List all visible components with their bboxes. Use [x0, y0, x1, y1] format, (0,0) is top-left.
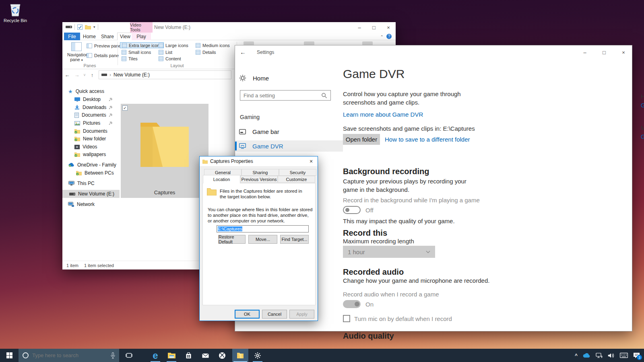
details-pane-button[interactable]: Details pane [87, 53, 119, 58]
settings-nav-game-bar[interactable]: Game bar [235, 126, 343, 137]
cancel-button[interactable]: Cancel [262, 310, 287, 319]
restore-default-button[interactable]: Restore Default [218, 235, 246, 244]
different-folder-link[interactable]: How to save to a different folder [385, 136, 470, 143]
get-help-link[interactable]: Get help [641, 102, 644, 109]
sidebar-item-pictures[interactable]: Pictures [62, 119, 120, 127]
taskbar-edge-button[interactable]: e [147, 349, 163, 362]
help-icon[interactable]: ? [386, 34, 392, 39]
sidebar-item-videos[interactable]: Videos [62, 143, 120, 151]
qat-customize-caret[interactable]: ▾ [93, 25, 95, 29]
taskbar-file-explorer-button[interactable] [163, 349, 180, 362]
taskbar-captures-folder-button[interactable] [232, 349, 248, 362]
tab-security[interactable]: Security [279, 169, 316, 176]
learn-more-link[interactable]: Learn more about Game DVR [343, 111, 423, 118]
sidebar-item-between-pcs[interactable]: Between PCs [62, 169, 120, 177]
tab-customize[interactable]: Customize [278, 176, 315, 183]
layout-small-icons[interactable]: Small icons [120, 49, 153, 55]
breadcrumb[interactable]: New Volume (E:) [114, 72, 150, 78]
sidebar-item-quick-access[interactable]: ★ Quick access [62, 87, 120, 95]
find-target-button[interactable]: Find Target... [280, 235, 309, 244]
taskbar-mail-button[interactable] [197, 349, 213, 362]
network-tray-icon[interactable] [596, 353, 603, 358]
settings-minimize-button[interactable]: – [579, 47, 591, 58]
sidebar-item-onedrive[interactable]: OneDrive - Family [62, 161, 120, 169]
onedrive-tray-icon[interactable] [583, 353, 590, 358]
item-checkbox[interactable]: ✓ [122, 105, 128, 111]
layout-medium-icons[interactable]: Medium icons [194, 42, 231, 48]
settings-close-button[interactable]: × [617, 47, 630, 58]
settings-nav-game-dvr[interactable]: Game DVR [235, 140, 343, 152]
background-recording-toggle[interactable] [343, 206, 361, 214]
properties-qat-icon[interactable] [77, 25, 83, 30]
layout-tiles[interactable]: Tiles [120, 56, 139, 62]
taskbar-search-box[interactable] [19, 349, 119, 362]
video-tools-contextual-tab[interactable]: Video Tools [130, 22, 153, 33]
start-button[interactable] [0, 349, 19, 362]
captures-folder-item[interactable]: ✓ Captures [121, 104, 208, 198]
explorer-close-button[interactable]: × [381, 22, 396, 33]
sidebar-item-documents[interactable]: Documents [62, 111, 120, 119]
taskbar-settings-button[interactable] [250, 349, 266, 362]
max-recording-length-dropdown[interactable]: 1 hour [343, 246, 435, 258]
navigation-pane-button[interactable]: Navigation pane ▾ [67, 42, 86, 63]
tab-previous-versions[interactable]: Previous Versions [240, 176, 278, 183]
explorer-titlebar[interactable]: ▾ Video Tools New Volume (E:) – □ × [62, 22, 396, 33]
sidebar-item-new-volume-e[interactable]: New Volume (E:) [62, 190, 120, 198]
tab-view[interactable]: View [117, 33, 133, 40]
back-icon[interactable]: ← [62, 72, 72, 78]
settings-search-box[interactable] [240, 90, 331, 101]
address-bar[interactable]: › New Volume (E:) [99, 70, 231, 79]
layout-details[interactable]: Details [194, 49, 218, 55]
taskbar-xbox-button[interactable] [214, 349, 230, 362]
preview-pane-button[interactable]: Preview pane [87, 43, 121, 48]
tab-share[interactable]: Share [99, 33, 116, 40]
explorer-minimize-button[interactable]: – [352, 22, 367, 33]
apply-button[interactable]: Apply [289, 310, 314, 319]
sidebar-item-network[interactable]: Network [62, 200, 120, 208]
explorer-maximize-button[interactable]: □ [367, 22, 381, 33]
sidebar-item-downloads[interactable]: Downloads [62, 103, 120, 111]
new-folder-qat-icon[interactable] [85, 25, 91, 29]
settings-maximize-button[interactable]: □ [598, 47, 610, 58]
forward-icon[interactable]: → [72, 72, 82, 78]
task-view-button[interactable] [121, 349, 137, 362]
tab-file[interactable]: File [64, 33, 80, 40]
move-button[interactable]: Move... [248, 235, 277, 244]
layout-content[interactable]: Content [157, 56, 183, 62]
dialog-close-icon[interactable]: × [305, 156, 318, 166]
settings-back-icon[interactable]: ← [240, 49, 246, 56]
sidebar-item-wallpapers[interactable]: wallpapers [62, 150, 120, 158]
tab-home[interactable]: Home [81, 33, 98, 40]
ok-button[interactable]: OK [235, 310, 260, 319]
settings-nav-home[interactable]: Home [239, 74, 269, 82]
sidebar-item-new-folder[interactable]: New folder [62, 135, 120, 143]
record-audio-toggle[interactable] [343, 300, 361, 308]
ribbon-collapse-chevron[interactable]: ⌃ [380, 35, 384, 39]
mic-default-checkbox-row[interactable]: Turn mic on by default when I record [343, 315, 452, 322]
volume-icon[interactable] [608, 353, 615, 358]
sidebar-item-documents-synced[interactable]: Documents [62, 127, 120, 135]
sidebar-item-desktop[interactable]: Desktop [62, 95, 120, 103]
tab-location[interactable]: Location [203, 175, 240, 183]
give-us-feedback-link[interactable]: Give us feedback [641, 133, 644, 140]
recent-locations-caret[interactable]: ∨ [82, 73, 87, 77]
action-center-button[interactable]: 3 [633, 352, 640, 358]
taskbar-search-input[interactable] [32, 352, 107, 358]
layout-list[interactable]: List [157, 49, 174, 55]
search-icon[interactable] [321, 93, 327, 99]
open-folder-button[interactable]: Open folder [343, 134, 380, 145]
tab-play[interactable]: Play [132, 33, 151, 40]
dialog-titlebar[interactable]: Captures Properties × [200, 156, 318, 166]
layout-large-icons[interactable]: Large icons [157, 42, 190, 48]
checkbox[interactable] [343, 315, 350, 322]
up-icon[interactable]: ↑ [87, 72, 97, 78]
settings-search-input[interactable] [240, 93, 321, 99]
touch-keyboard-icon[interactable] [620, 353, 628, 358]
tab-sharing[interactable]: Sharing [242, 169, 279, 176]
target-path-input[interactable]: E:\Captures [217, 225, 309, 232]
sidebar-item-this-pc[interactable]: This PC [62, 179, 120, 187]
taskbar-store-button[interactable] [180, 349, 196, 362]
microphone-icon[interactable] [111, 352, 115, 359]
tray-chevron-up-icon[interactable]: ^ [575, 353, 578, 358]
recycle-bin-shortcut[interactable]: Recycle Bin [3, 2, 27, 23]
